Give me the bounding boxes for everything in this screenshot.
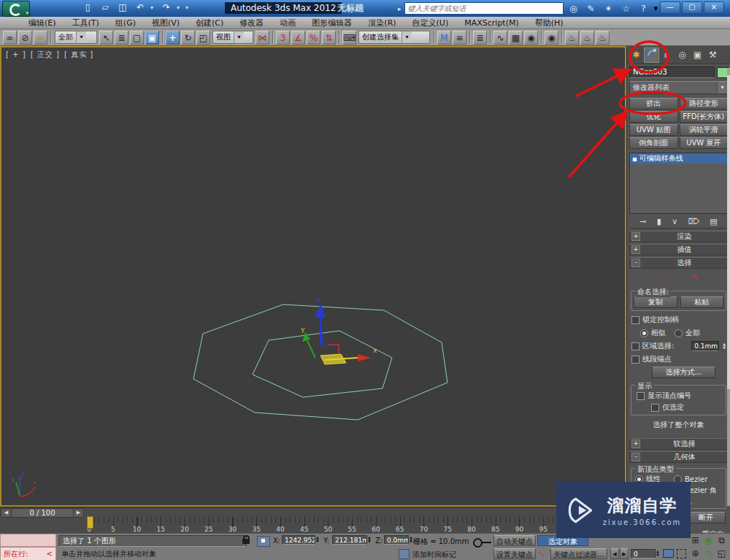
menu-group[interactable]: 组(G) (107, 18, 144, 28)
select-move-icon[interactable]: + (166, 31, 180, 45)
z-coord-field[interactable]: 0.0mm (384, 535, 409, 545)
mirror-icon[interactable]: M (437, 31, 451, 45)
time-slider-handle[interactable] (87, 516, 93, 529)
make-unique-icon[interactable]: ∨ (672, 217, 677, 226)
zoom-extents-all-icon[interactable]: ⊞ (689, 534, 702, 546)
next-frame-button[interactable]: ▶ (73, 508, 84, 518)
ffd-box-button[interactable]: FFD(长方体) (680, 111, 729, 123)
select-object-icon[interactable]: ↖ (99, 31, 113, 45)
select-scale-icon[interactable]: ◰ (196, 31, 210, 45)
maximize-button[interactable]: ▢ (682, 1, 702, 14)
show-vertex-numbers-checkbox[interactable] (637, 392, 645, 400)
object-name-field[interactable]: NGon003 (629, 66, 715, 78)
orbit-icon[interactable]: ↻ (702, 548, 715, 559)
selection-filter-dropdown[interactable]: 全部 ▾ (55, 31, 97, 44)
schematic-view-icon[interactable]: ◉ (524, 31, 538, 45)
configure-modifier-sets-icon[interactable]: ▤ (710, 217, 717, 226)
menu-create[interactable]: 创建(C) (188, 18, 231, 28)
menu-edit[interactable]: 编辑(E) (20, 18, 64, 28)
snap-toggle-3d-icon[interactable]: 3 (276, 31, 290, 45)
go-end-button[interactable]: ▶ (620, 548, 629, 559)
area-threshold-field[interactable]: 0.1mm (691, 341, 719, 351)
unlink-icon[interactable]: ⊘ (18, 31, 32, 45)
viewport-menu-pov[interactable]: [ 正交 ] (31, 50, 60, 58)
stack-item-editable-spline[interactable]: ▪ 可编辑样条线 (630, 153, 727, 164)
modifier-stack[interactable]: ▪ 可编辑样条线 (629, 153, 728, 214)
rollout-interpolation[interactable]: + 插值 (629, 244, 728, 256)
paste-button[interactable]: 粘贴 (680, 296, 724, 308)
open-file-button[interactable]: ▱ (98, 1, 112, 14)
tab-display-icon[interactable]: ▣ (690, 47, 705, 63)
dropdown-arrow-icon[interactable]: ▾ (402, 31, 412, 43)
show-end-result-icon[interactable]: ▮ (657, 217, 661, 226)
material-editor-icon[interactable]: ◉ (545, 31, 558, 45)
rollout-geometry[interactable]: - 几何体 (629, 451, 728, 463)
maximize-viewport-icon[interactable]: ◱ (715, 548, 728, 559)
select-rotate-icon[interactable]: ↻ (181, 31, 195, 45)
select-by-name-icon[interactable]: ≣ (115, 31, 128, 45)
menu-views[interactable]: 视图(V) (144, 18, 188, 28)
zoom-region-icon[interactable] (677, 549, 686, 559)
new-file-button[interactable]: ▯ (80, 1, 95, 14)
current-frame-field[interactable]: 0 (631, 549, 656, 559)
keyboard-shortcut-toggle-icon[interactable]: ⌨ (342, 31, 356, 45)
set-key-button[interactable]: 设置关键点 (493, 548, 536, 559)
auto-key-button[interactable]: 自动关键点 (493, 535, 536, 546)
undo-button[interactable]: ↶ (133, 1, 147, 14)
copy-button[interactable]: 复制 (634, 296, 677, 308)
panel-scrollbar[interactable] (727, 68, 730, 506)
go-start-button[interactable]: ◀ (610, 548, 619, 559)
set-key-icon[interactable] (473, 538, 483, 548)
bind-spacewarp-icon[interactable]: ≈ (34, 31, 47, 45)
close-button[interactable]: × (704, 1, 724, 14)
favorites-icon[interactable]: ☆ (619, 3, 634, 15)
z-spinner[interactable]: ▲▼ (410, 536, 412, 543)
key-mode-toggle-icon[interactable] (663, 549, 674, 558)
minimize-button[interactable]: — (660, 1, 680, 14)
expand-icon[interactable]: + (631, 440, 640, 448)
tab-hierarchy-icon[interactable]: ⋔ (659, 47, 675, 63)
frame-counter[interactable]: 0 / 100 (11, 508, 74, 518)
select-by-button[interactable]: 选择方式... (652, 367, 715, 378)
key-filters-button[interactable]: 关键点过滤器... (550, 548, 607, 559)
lock-handles-checkbox[interactable] (631, 316, 639, 324)
window-crossing-icon[interactable]: ▣ (145, 31, 159, 45)
menu-maxscript[interactable]: MAXScript(M) (456, 18, 527, 28)
pan-view-icon[interactable]: ⊕ (689, 548, 702, 559)
menu-animation[interactable]: 动画 (272, 18, 304, 28)
app-logo-button[interactable]: ▾ (2, 1, 30, 17)
rollout-soft-selection[interactable]: + 软选择 (629, 438, 728, 450)
selection-lock-icon[interactable] (242, 539, 250, 544)
search-icon[interactable]: ◎ (566, 3, 581, 15)
use-center-icon[interactable]: ⋈ (256, 31, 269, 45)
menu-modifiers[interactable]: 修改器 (231, 18, 272, 28)
select-link-icon[interactable]: ∞ (3, 31, 17, 45)
search-flyout-icon[interactable]: ▸ (398, 5, 402, 12)
layer-manager-icon[interactable]: ≣ (473, 31, 487, 45)
bevel-profile-button[interactable]: 倒角剖面 (629, 137, 678, 149)
render-setup-icon[interactable]: ♨ (565, 31, 579, 45)
rectangular-region-icon[interactable]: ▢ (130, 31, 144, 45)
collapse-icon[interactable]: - (631, 453, 640, 461)
render-production-icon[interactable]: ♨ (596, 31, 610, 45)
optimize-button[interactable]: 优化 (629, 111, 678, 123)
maxscript-mini-listener[interactable] (0, 534, 56, 547)
absolute-mode-icon[interactable] (257, 536, 270, 547)
menu-graph-editors[interactable]: 图形编辑器 (304, 18, 360, 28)
add-time-tag[interactable]: 添加时间标记 (412, 550, 456, 560)
tab-motion-icon[interactable]: ◎ (675, 47, 690, 63)
angle-snap-icon[interactable]: ∡ (291, 31, 305, 45)
tab-utilities-icon[interactable]: ⚒ (705, 47, 721, 63)
uvw-map-button[interactable]: UVW 贴图 (629, 124, 678, 136)
redo-button[interactable]: ↷ (159, 1, 174, 14)
undo-caret-icon[interactable]: ▾ (150, 4, 156, 11)
reference-coordinate-dropdown[interactable]: 视图 ▾ (212, 31, 253, 44)
track-bar-ruler[interactable]: 05101520253035404550556065707580859095 (89, 517, 609, 533)
expand-icon[interactable]: + (631, 245, 640, 254)
viewport-menu-general[interactable]: [ + ] (6, 50, 26, 58)
path-deform-button[interactable]: 路径变形 (680, 98, 729, 110)
uvw-unwrap-button[interactable]: UVW 展开 (680, 137, 729, 149)
frame-spinner[interactable]: ▲▼ (656, 550, 659, 557)
viewport-orthographic[interactable]: x Y z x y z [ + ] [ 正交 ] [ 真实 ] (0, 46, 626, 507)
segment-subobject-icon[interactable]: ⌒ (673, 272, 682, 284)
